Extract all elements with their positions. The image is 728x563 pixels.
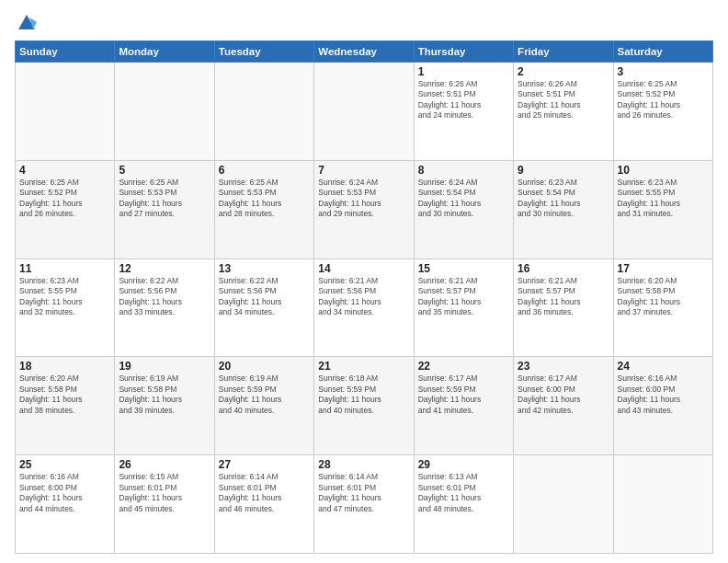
calendar-cell: 13Sunrise: 6:22 AM Sunset: 5:56 PM Dayli…: [214, 259, 313, 357]
calendar-week-row: 25Sunrise: 6:16 AM Sunset: 6:00 PM Dayli…: [16, 455, 713, 554]
day-info: Sunrise: 6:25 AM Sunset: 5:52 PM Dayligh…: [19, 178, 110, 220]
day-info: Sunrise: 6:13 AM Sunset: 6:01 PM Dayligh…: [418, 472, 509, 514]
calendar-day-header: Thursday: [414, 41, 513, 63]
calendar-week-row: 11Sunrise: 6:23 AM Sunset: 5:55 PM Dayli…: [16, 259, 713, 357]
day-info: Sunrise: 6:25 AM Sunset: 5:52 PM Dayligh…: [618, 79, 709, 121]
day-info: Sunrise: 6:23 AM Sunset: 5:55 PM Dayligh…: [618, 178, 709, 220]
calendar-cell: [514, 455, 613, 554]
calendar-day-header: Monday: [115, 41, 214, 63]
calendar-cell: 24Sunrise: 6:16 AM Sunset: 6:00 PM Dayli…: [613, 357, 712, 455]
day-number: 23: [518, 360, 609, 373]
calendar-cell: [314, 63, 414, 161]
day-number: 25: [19, 458, 110, 471]
calendar-week-row: 1Sunrise: 6:26 AM Sunset: 5:51 PM Daylig…: [16, 63, 713, 161]
day-info: Sunrise: 6:19 AM Sunset: 5:59 PM Dayligh…: [219, 373, 310, 416]
day-info: Sunrise: 6:17 AM Sunset: 6:00 PM Dayligh…: [518, 373, 609, 416]
day-number: 29: [418, 458, 509, 471]
day-number: 2: [518, 65, 609, 78]
calendar-cell: 5Sunrise: 6:25 AM Sunset: 5:53 PM Daylig…: [115, 160, 214, 259]
day-info: Sunrise: 6:15 AM Sunset: 6:01 PM Dayligh…: [119, 472, 210, 514]
calendar-cell: 7Sunrise: 6:24 AM Sunset: 5:53 PM Daylig…: [314, 160, 414, 259]
day-info: Sunrise: 6:24 AM Sunset: 5:53 PM Dayligh…: [318, 178, 409, 220]
calendar-cell: 16Sunrise: 6:21 AM Sunset: 5:57 PM Dayli…: [514, 259, 613, 357]
calendar-cell: 2Sunrise: 6:26 AM Sunset: 5:51 PM Daylig…: [514, 63, 613, 161]
calendar-cell: [115, 63, 214, 161]
day-number: 28: [318, 458, 409, 471]
day-number: 5: [119, 164, 210, 177]
calendar-day-header: Sunday: [16, 41, 115, 63]
calendar-cell: 4Sunrise: 6:25 AM Sunset: 5:52 PM Daylig…: [16, 160, 115, 259]
calendar-cell: 26Sunrise: 6:15 AM Sunset: 6:01 PM Dayli…: [115, 455, 214, 554]
calendar-cell: 19Sunrise: 6:19 AM Sunset: 5:58 PM Dayli…: [115, 357, 214, 455]
day-number: 15: [418, 262, 509, 275]
calendar-cell: 6Sunrise: 6:25 AM Sunset: 5:53 PM Daylig…: [214, 160, 313, 259]
day-number: 11: [19, 262, 110, 275]
calendar-cell: 21Sunrise: 6:18 AM Sunset: 5:59 PM Dayli…: [314, 357, 414, 455]
day-info: Sunrise: 6:23 AM Sunset: 5:54 PM Dayligh…: [518, 178, 609, 220]
calendar-cell: 22Sunrise: 6:17 AM Sunset: 5:59 PM Dayli…: [414, 357, 513, 455]
calendar-cell: 20Sunrise: 6:19 AM Sunset: 5:59 PM Dayli…: [214, 357, 313, 455]
calendar-cell: 23Sunrise: 6:17 AM Sunset: 6:00 PM Dayli…: [514, 357, 613, 455]
day-number: 4: [19, 164, 110, 177]
day-number: 10: [618, 164, 709, 177]
calendar-cell: 28Sunrise: 6:14 AM Sunset: 6:01 PM Dayli…: [314, 455, 414, 554]
calendar-cell: 27Sunrise: 6:14 AM Sunset: 6:01 PM Dayli…: [214, 455, 313, 554]
day-number: 1: [418, 65, 509, 78]
day-info: Sunrise: 6:17 AM Sunset: 5:59 PM Dayligh…: [418, 373, 509, 416]
calendar-day-header: Friday: [514, 41, 613, 63]
day-info: Sunrise: 6:23 AM Sunset: 5:55 PM Dayligh…: [19, 276, 110, 318]
day-info: Sunrise: 6:21 AM Sunset: 5:56 PM Dayligh…: [318, 276, 409, 318]
calendar-cell: 11Sunrise: 6:23 AM Sunset: 5:55 PM Dayli…: [16, 259, 115, 357]
calendar-cell: [16, 63, 115, 161]
logo: [15, 13, 37, 33]
day-number: 21: [318, 360, 409, 373]
day-number: 20: [219, 360, 310, 373]
day-number: 6: [219, 164, 310, 177]
calendar-cell: [613, 455, 712, 554]
calendar-cell: 17Sunrise: 6:20 AM Sunset: 5:58 PM Dayli…: [613, 259, 712, 357]
day-number: 18: [19, 360, 110, 373]
calendar-cell: 14Sunrise: 6:21 AM Sunset: 5:56 PM Dayli…: [314, 259, 414, 357]
calendar-cell: 9Sunrise: 6:23 AM Sunset: 5:54 PM Daylig…: [514, 160, 613, 259]
page: SundayMondayTuesdayWednesdayThursdayFrid…: [0, 0, 728, 563]
day-number: 3: [618, 65, 709, 78]
day-info: Sunrise: 6:21 AM Sunset: 5:57 PM Dayligh…: [418, 276, 509, 318]
day-info: Sunrise: 6:20 AM Sunset: 5:58 PM Dayligh…: [19, 373, 110, 416]
calendar-day-header: Saturday: [613, 41, 712, 63]
calendar-cell: 10Sunrise: 6:23 AM Sunset: 5:55 PM Dayli…: [613, 160, 712, 259]
calendar-cell: [214, 63, 313, 161]
day-info: Sunrise: 6:20 AM Sunset: 5:58 PM Dayligh…: [618, 276, 709, 318]
calendar-cell: 8Sunrise: 6:24 AM Sunset: 5:54 PM Daylig…: [414, 160, 513, 259]
calendar-cell: 29Sunrise: 6:13 AM Sunset: 6:01 PM Dayli…: [414, 455, 513, 554]
calendar-cell: 12Sunrise: 6:22 AM Sunset: 5:56 PM Dayli…: [115, 259, 214, 357]
day-info: Sunrise: 6:25 AM Sunset: 5:53 PM Dayligh…: [219, 178, 310, 220]
day-number: 8: [418, 164, 509, 177]
day-info: Sunrise: 6:14 AM Sunset: 6:01 PM Dayligh…: [318, 472, 409, 514]
day-info: Sunrise: 6:14 AM Sunset: 6:01 PM Dayligh…: [219, 472, 310, 514]
day-info: Sunrise: 6:22 AM Sunset: 5:56 PM Dayligh…: [119, 276, 210, 318]
calendar-cell: 18Sunrise: 6:20 AM Sunset: 5:58 PM Dayli…: [16, 357, 115, 455]
day-info: Sunrise: 6:21 AM Sunset: 5:57 PM Dayligh…: [518, 276, 609, 318]
day-number: 13: [219, 262, 310, 275]
day-info: Sunrise: 6:25 AM Sunset: 5:53 PM Dayligh…: [119, 178, 210, 220]
day-info: Sunrise: 6:26 AM Sunset: 5:51 PM Dayligh…: [418, 79, 509, 121]
calendar-cell: 15Sunrise: 6:21 AM Sunset: 5:57 PM Dayli…: [414, 259, 513, 357]
calendar-table: SundayMondayTuesdayWednesdayThursdayFrid…: [15, 40, 713, 554]
day-number: 26: [119, 458, 210, 471]
calendar-cell: 1Sunrise: 6:26 AM Sunset: 5:51 PM Daylig…: [414, 63, 513, 161]
calendar-week-row: 4Sunrise: 6:25 AM Sunset: 5:52 PM Daylig…: [16, 160, 713, 259]
day-number: 19: [119, 360, 210, 373]
calendar-cell: 25Sunrise: 6:16 AM Sunset: 6:00 PM Dayli…: [16, 455, 115, 554]
day-info: Sunrise: 6:16 AM Sunset: 6:00 PM Dayligh…: [618, 373, 709, 416]
day-number: 7: [318, 164, 409, 177]
calendar-week-row: 18Sunrise: 6:20 AM Sunset: 5:58 PM Dayli…: [16, 357, 713, 455]
day-number: 16: [518, 262, 609, 275]
day-number: 27: [219, 458, 310, 471]
day-number: 24: [618, 360, 709, 373]
day-number: 17: [618, 262, 709, 275]
calendar-day-header: Wednesday: [314, 41, 414, 63]
day-number: 22: [418, 360, 509, 373]
day-info: Sunrise: 6:22 AM Sunset: 5:56 PM Dayligh…: [219, 276, 310, 318]
day-number: 14: [318, 262, 409, 275]
calendar-day-header: Tuesday: [214, 41, 313, 63]
